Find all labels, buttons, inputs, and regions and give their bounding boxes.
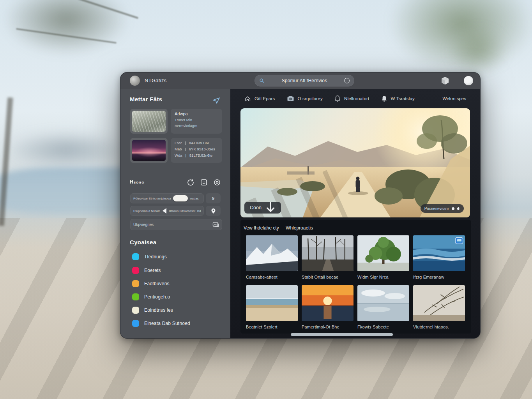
gallery-caption: Fkowts Sabecte: [357, 325, 409, 329]
gallery-item[interactable]: Stablt Ortail becae: [302, 235, 353, 279]
card2-row3: Wda | 91L7S:82n6te: [175, 153, 218, 157]
count-badge[interactable]: 9: [206, 193, 221, 203]
gallery-item[interactable]: Begtniet Szolert: [246, 285, 298, 329]
gallery-header-left: Vew Ihdelahe cty: [244, 225, 279, 231]
toolbar-item-notifications[interactable]: Nlellrooatort: [334, 95, 369, 102]
recent-card1-thumbnail[interactable]: [130, 109, 168, 134]
beach-horizon-thumbnail: [246, 285, 298, 321]
gallery-caption: Vlutdernel htaoos.: [413, 325, 465, 329]
picture-badge-icon[interactable]: [456, 238, 463, 244]
category-label: Eineata Dab Sutnoed: [144, 321, 190, 326]
circle-o-icon[interactable]: [344, 78, 350, 83]
main-content: Gitl Epars O srqoilorey Nlellrooatort: [230, 89, 480, 338]
category-item[interactable]: Tlednungs: [132, 253, 167, 261]
send-icon[interactable]: [212, 97, 220, 104]
category-color-chip: [132, 320, 139, 327]
pin-button[interactable]: [206, 206, 221, 216]
category-item[interactable]: Pentiogeh.o: [132, 293, 170, 301]
green-tree-thumbnail: [357, 235, 409, 271]
sunset-water-thumbnail: [302, 285, 353, 321]
toolbar-right-label[interactable]: Welrm spes: [443, 96, 467, 101]
gallery-header: Vew Ihdelahe cty Whleproaetis: [244, 225, 313, 231]
category-label: Pentiogeh.o: [144, 294, 170, 300]
category-label: Eoerets: [144, 268, 161, 273]
gallery-caption: Camsabe-atteot: [246, 275, 298, 279]
main-toolbar: Gitl Epars O srqoilorey Nlellrooatort: [230, 89, 480, 108]
winter-branches-thumbnail: [413, 285, 465, 321]
profile-circle-icon: [464, 76, 473, 85]
recent-card1-info[interactable]: Adwpa Tronet Min Bermviotiagm: [171, 109, 222, 134]
cube-button[interactable]: [440, 76, 450, 86]
category-color-chip: [132, 280, 139, 287]
download-arrow-icon: [265, 202, 276, 214]
recent-section-title: Mettar Fåts: [130, 96, 162, 102]
card2-row2: Mab | 6YK 9S13-JSes: [175, 147, 218, 151]
card1-line2: Tronet Min: [175, 118, 218, 122]
category-item[interactable]: Faotbuvens: [132, 280, 170, 288]
category-color-chip: [132, 293, 139, 300]
gallery-caption: Pamertimol-Ot Bhe: [302, 325, 353, 329]
category-color-chip: [132, 307, 139, 314]
tools-icon-row: [187, 178, 221, 186]
horizontal-scrollbar[interactable]: [291, 333, 393, 336]
card1-line3: Bermviotiagm: [175, 124, 218, 128]
pager-dot-inactive[interactable]: [457, 207, 460, 210]
app-title: NTGatizs: [145, 78, 167, 83]
gallery-item[interactable]: Widm Sigr Nrca: [357, 235, 409, 279]
filter3-label: Ukpviegries: [133, 222, 154, 227]
toggle-pill[interactable]: [173, 195, 188, 201]
ocean-wave-thumbnail: [413, 235, 465, 271]
search-input[interactable]: Spomur Atl tHernvios: [255, 75, 354, 87]
pager-dot-active[interactable]: [452, 207, 454, 210]
toolbar-item-label: Gitl Epars: [255, 96, 275, 101]
titlebar: NTGatizs Spomur Atl tHernvios: [120, 72, 480, 89]
rotate-icon[interactable]: [187, 178, 194, 186]
category-item[interactable]: Eoindtnss les: [132, 306, 173, 314]
night-city-thumbnail-image: [132, 140, 166, 161]
sticker-icon[interactable]: [200, 178, 208, 186]
recent-card2-info[interactable]: Lsar | 84J.039 C6L Mab | 6YK 9S13-JSes W…: [171, 138, 222, 163]
category-item[interactable]: Eineata Dab Sutnoed: [132, 320, 190, 327]
gallery-panel: Vew Ihdelahe cty Whleproaetis Camsabe-at…: [240, 220, 471, 334]
gallery-item[interactable]: Ifzrg Emeranaw: [413, 235, 465, 279]
sunset-path-image: [240, 108, 470, 217]
snow-mountain-thumbnail: [246, 235, 298, 271]
card1-title: Adwpa: [175, 111, 218, 116]
cube-icon: [440, 76, 450, 85]
filter-input-1[interactable]: PGesvtsar Etntcnanjgleova wadas: [130, 193, 204, 203]
grass-thumbnail-image: [132, 111, 166, 132]
image-icon[interactable]: [212, 222, 219, 228]
camera-icon: [287, 95, 294, 102]
category-item[interactable]: Eoerets: [132, 267, 161, 274]
user-avatar[interactable]: [130, 76, 140, 86]
target-icon[interactable]: [213, 178, 221, 186]
gallery-item[interactable]: Fkowts Sabecte: [357, 285, 409, 329]
download-button-label: Coon: [250, 205, 262, 210]
toolbar-item-alerts[interactable]: W Tsratslay: [381, 95, 415, 102]
toolbar-item-camera[interactable]: O srqoilorey: [287, 95, 323, 102]
photos-app-window: NTGatizs Spomur Atl tHernvios Mettar Fåt…: [120, 72, 481, 339]
back-arrow-icon[interactable]: [163, 208, 166, 214]
filter-input-2[interactable]: Rlupnamaut Nlicam Btsaon Bitswrsasd.: Bd: [130, 206, 204, 216]
download-button[interactable]: Coon: [244, 202, 281, 214]
home-icon: [244, 95, 251, 102]
gallery-item[interactable]: Camsabe-atteot: [246, 235, 298, 279]
category-label: Faotbuvens: [144, 281, 170, 286]
recent-card2-thumbnail[interactable]: [130, 138, 168, 163]
sidebar: Mettar Fåts Adwpa Tronet Min Bermviotiag…: [120, 89, 230, 338]
hero-photo[interactable]: Coon Pocnesevsanr: [240, 108, 470, 217]
gallery-header-right: Whleproaetis: [286, 225, 313, 231]
category-color-chip: [132, 267, 139, 274]
carousel-pager[interactable]: Pocnesevsanr: [421, 204, 464, 213]
profile-button[interactable]: [463, 76, 474, 86]
gallery-item[interactable]: Pamertimol-Ot Bhe: [302, 285, 353, 329]
filter-input-3[interactable]: Ukpviegries: [130, 219, 222, 230]
gallery-item[interactable]: Vlutdernel htaoos.: [413, 285, 465, 329]
toolbar-item-home[interactable]: Gitl Epars: [244, 95, 275, 102]
toolbar-item-label: O srqoilorey: [298, 96, 323, 101]
pin-icon: [211, 208, 216, 214]
toolbar-item-label: W Tsratslay: [391, 96, 415, 101]
bell-filled-icon: [381, 95, 387, 102]
gallery-caption: Ifzrg Emeranaw: [413, 275, 465, 279]
tools-section-title: Hsogo: [130, 179, 145, 185]
